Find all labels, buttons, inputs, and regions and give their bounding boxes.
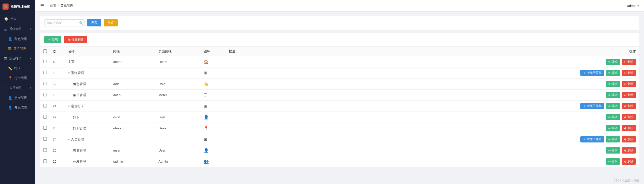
table-row: 26开发管理/adminAdmin👥 ✏ 编辑 ⊖ 删除 <box>40 156 639 167</box>
cell-page-path <box>155 134 201 145</box>
sidebar-item-patient-label: 患者管理 <box>14 96 27 100</box>
sidebar-item-home[interactable]: 🏠 主页 <box>0 13 35 24</box>
edit-label: 编辑 <box>612 71 618 75</box>
edit-label: 编辑 <box>612 148 618 153</box>
sidebar-item-location[interactable]: ☰ 定位打卡 ∧ <box>0 53 35 64</box>
edit-icon: ✏ <box>608 71 611 75</box>
search-toolbar: 🔍 搜索 重置 <box>40 16 639 30</box>
row-checkbox-1[interactable] <box>43 71 47 74</box>
sidebar-item-checkin-label: 打卡 <box>14 66 21 71</box>
table-row: 25患者管理/userUser👤 ✏ 编辑 ⊖ 删除 <box>40 145 639 156</box>
sidebar-item-checkin-mgmt[interactable]: 📍 打卡管理 <box>0 73 35 83</box>
edit-button[interactable]: ✏ 编辑 <box>606 158 620 165</box>
delete-button[interactable]: ⊖ 删除 <box>622 92 636 98</box>
delete-button[interactable]: ⊖ 删除 <box>622 158 636 165</box>
delete-label: 删除 <box>627 104 633 108</box>
row-checkbox-3[interactable] <box>43 93 47 96</box>
edit-button[interactable]: ✏ 编辑 <box>606 136 620 142</box>
cell-desc <box>226 112 276 123</box>
sidebar-item-menu-mgmt[interactable]: ☰ 菜单管理 <box>0 44 35 53</box>
delete-icon: ⊖ <box>624 160 627 163</box>
header-checkbox-cell <box>40 47 50 56</box>
search-icon[interactable]: 🔍 <box>79 21 83 25</box>
delete-button[interactable]: ⊖ 删除 <box>622 70 636 76</box>
add-child-button[interactable]: ＋ 增加子菜单 <box>580 70 604 76</box>
sidebar-item-home-label: 主页 <box>10 16 17 21</box>
breadcrumb-home[interactable]: 首页 <box>50 4 56 8</box>
header-name: 名称 <box>65 47 110 56</box>
edit-label: 编辑 <box>612 159 618 164</box>
delete-button[interactable]: ⊖ 删除 <box>622 114 636 120</box>
batch-delete-button[interactable]: 🗑 批量删除 <box>64 36 87 43</box>
checkin-icon: ✏️ <box>8 66 12 70</box>
cell-id: 13 <box>50 90 65 101</box>
delete-button[interactable]: ⊖ 删除 <box>622 81 636 87</box>
edit-button[interactable]: ✏ 编辑 <box>606 147 620 154</box>
cell-desc <box>226 67 276 79</box>
cell-name: 开发管理 <box>65 156 110 167</box>
delete-button[interactable]: ⊖ 删除 <box>622 136 636 142</box>
delete-label: 删除 <box>627 115 633 119</box>
cell-path: /daka <box>110 123 155 134</box>
header-user: admin ∨ <box>627 4 639 8</box>
edit-button[interactable]: ✏ 编辑 <box>606 125 620 131</box>
sidebar: 🦠 疫情管理系统 🏠 主页 ☰ 系统管理 ∧ 👤 角色管理 ☰ 菜单管理 ☰ 定… <box>0 0 35 184</box>
edit-button[interactable]: ✏ 编辑 <box>606 114 620 120</box>
sidebar-item-patient-mgmt[interactable]: 👤 患者管理 <box>0 93 35 103</box>
edit-button[interactable]: ✏ 编辑 <box>606 59 620 65</box>
sidebar-item-dev-mgmt[interactable]: 👤 开发管理 <box>0 103 35 112</box>
cell-actions: ✏ 编辑 ⊖ 删除 <box>276 79 639 90</box>
cell-name: 患者管理 <box>65 145 110 156</box>
search-input[interactable] <box>44 19 85 26</box>
row-checkbox-0[interactable] <box>43 60 47 63</box>
cell-desc <box>226 79 276 90</box>
cell-page-path: User <box>155 145 201 156</box>
cell-desc <box>226 123 276 134</box>
person-grid-icon: ☰ <box>4 86 7 90</box>
row-checkbox-5[interactable] <box>43 115 47 119</box>
delete-icon: ⊖ <box>624 104 627 108</box>
row-checkbox-8[interactable] <box>43 148 47 152</box>
sidebar-logo: 🦠 疫情管理系统 <box>0 0 35 13</box>
reset-button[interactable]: 重置 <box>104 19 118 26</box>
edit-button[interactable]: ✏ 编辑 <box>606 103 620 109</box>
edit-icon: ✏ <box>608 93 611 97</box>
cell-path: /role <box>110 79 155 90</box>
batch-delete-label: 批量删除 <box>71 38 84 42</box>
row-checkbox-9[interactable] <box>43 159 47 163</box>
edit-label: 编辑 <box>612 93 618 97</box>
pin-icon: 📍 <box>8 76 12 80</box>
delete-icon: ⊖ <box>624 93 627 97</box>
delete-button[interactable]: ⊖ 删除 <box>622 125 636 131</box>
sidebar-item-checkin[interactable]: ✏️ 打卡 <box>0 64 35 73</box>
sidebar-item-person-mgmt[interactable]: ☰ 人员管理 ∧ <box>0 83 35 93</box>
add-child-button[interactable]: ＋ 增加子菜单 <box>580 136 604 142</box>
chevron-up-icon-3: ∧ <box>29 87 31 89</box>
row-checkbox-6[interactable] <box>43 126 47 130</box>
add-child-button[interactable]: ＋ 增加子菜单 <box>580 103 604 109</box>
hamburger-icon[interactable]: ☰ <box>40 3 44 9</box>
select-all-checkbox[interactable] <box>43 49 47 53</box>
edit-button[interactable]: ✏ 编辑 <box>606 92 620 98</box>
row-checkbox-4[interactable] <box>43 104 47 107</box>
delete-label: 删除 <box>627 82 633 86</box>
add-button[interactable]: ＋ 新增 <box>44 36 61 43</box>
sidebar-item-system-mgmt[interactable]: ☰ 系统管理 ∧ <box>0 24 35 34</box>
delete-button[interactable]: ⊖ 删除 <box>622 103 636 109</box>
header-id: ID <box>50 47 65 56</box>
edit-icon: ✏ <box>608 82 611 86</box>
cell-id: 12 <box>50 79 65 90</box>
edit-button[interactable]: ✏ 编辑 <box>606 70 620 76</box>
row-checkbox-7[interactable] <box>43 137 47 141</box>
sidebar-item-role-mgmt[interactable]: 👤 角色管理 <box>0 34 35 44</box>
delete-button[interactable]: ⊖ 删除 <box>622 59 636 65</box>
chevron-up-icon: ∧ <box>29 28 31 30</box>
delete-button[interactable]: ⊖ 删除 <box>622 147 636 154</box>
edit-button[interactable]: ✏ 编辑 <box>606 81 620 87</box>
cell-name: 打卡 <box>65 112 110 123</box>
breadcrumb: 首页 / 菜单管理 <box>50 4 73 8</box>
row-checkbox-2[interactable] <box>43 82 47 85</box>
search-button[interactable]: 搜索 <box>87 19 101 26</box>
add-button-label: 新增 <box>52 38 58 42</box>
plus-icon: ＋ <box>583 104 586 108</box>
